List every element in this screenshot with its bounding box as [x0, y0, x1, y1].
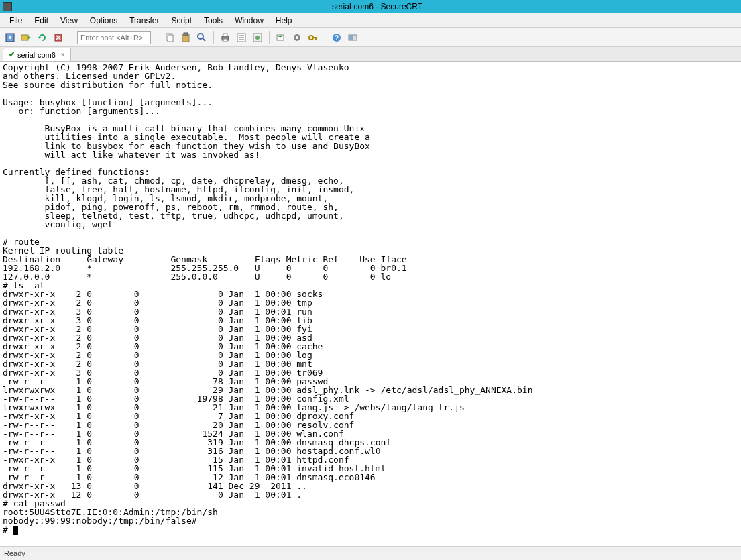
svg-marker-3 — [28, 36, 31, 39]
menu-transfer[interactable]: Transfer — [124, 15, 164, 27]
menu-edit[interactable]: Edit — [29, 15, 54, 27]
menubar: File Edit View Options Transfer Script T… — [0, 13, 741, 28]
svg-text:+: + — [278, 33, 282, 40]
connect-icon[interactable] — [3, 30, 17, 45]
host-input[interactable] — [77, 31, 151, 44]
svg-marker-4 — [38, 37, 41, 39]
svg-rect-9 — [168, 35, 173, 42]
titlebar: serial-com6 - SecureCRT — [0, 0, 741, 13]
gear-icon[interactable] — [290, 30, 304, 45]
menu-tools[interactable]: Tools — [198, 15, 228, 27]
properties-icon[interactable] — [234, 30, 249, 45]
toolbar-separator — [325, 31, 325, 44]
connected-check-icon: ✔ — [9, 50, 15, 59]
svg-rect-11 — [184, 33, 188, 36]
toolbar-separator — [269, 31, 270, 44]
app-icon — [3, 2, 12, 11]
svg-rect-2 — [21, 35, 28, 40]
quick-connect-icon[interactable] — [19, 30, 34, 45]
menu-help[interactable]: Help — [270, 15, 298, 27]
toolbar: + ? — [0, 28, 741, 47]
cursor — [13, 526, 18, 535]
menu-file[interactable]: File — [4, 15, 27, 27]
svg-rect-15 — [223, 34, 227, 36]
statusbar: Ready — [0, 546, 741, 560]
reconnect-icon[interactable] — [35, 30, 50, 45]
key-icon[interactable] — [306, 30, 321, 45]
menu-window[interactable]: Window — [229, 15, 269, 27]
menu-options[interactable]: Options — [84, 15, 123, 27]
svg-line-13 — [203, 38, 205, 41]
menu-script[interactable]: Script — [166, 15, 197, 27]
tab-serial-com6[interactable]: ✔ serial-com6 × — [3, 48, 71, 61]
svg-point-26 — [296, 36, 298, 39]
tabbar: ✔ serial-com6 × — [0, 47, 741, 62]
svg-rect-33 — [349, 35, 353, 40]
svg-point-1 — [9, 36, 11, 39]
toolbar-separator — [213, 31, 214, 44]
copy-icon[interactable] — [162, 30, 177, 45]
toggle-icon[interactable] — [345, 30, 360, 45]
terminal-output[interactable]: Copyright (C) 1998-2007 Erik Andersen, R… — [0, 62, 741, 546]
close-tab-icon[interactable]: × — [61, 51, 65, 58]
new-tab-icon[interactable]: + — [274, 30, 288, 45]
menu-view[interactable]: View — [55, 15, 83, 27]
disconnect-icon[interactable] — [51, 30, 66, 45]
toolbar-separator — [70, 31, 70, 44]
help-icon[interactable]: ? — [329, 30, 344, 45]
print-icon[interactable] — [218, 30, 233, 45]
window-title: serial-com6 - SecureCRT — [16, 2, 738, 11]
svg-rect-16 — [223, 39, 227, 42]
svg-point-27 — [309, 36, 313, 40]
find-icon[interactable] — [194, 30, 209, 45]
status-text: Ready — [4, 549, 25, 557]
tab-label: serial-com6 — [17, 51, 56, 59]
svg-text:?: ? — [335, 34, 339, 42]
toolbar-separator — [158, 31, 158, 44]
svg-point-12 — [198, 34, 203, 39]
svg-point-22 — [255, 36, 260, 40]
session-options-icon[interactable] — [250, 30, 265, 45]
paste-icon[interactable] — [178, 30, 193, 45]
